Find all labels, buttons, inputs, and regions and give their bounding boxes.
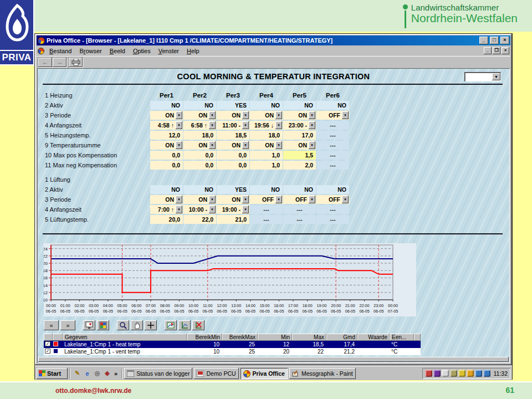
delete-chart-button[interactable] [192, 320, 204, 330]
chevron-down-icon[interactable]: ▼ [309, 141, 315, 149]
dropdown-cell[interactable]: ON▼ [150, 111, 183, 120]
search-icon[interactable]: ◎ [93, 369, 101, 377]
dropdown-cell[interactable]: ON▼ [283, 111, 316, 120]
chevron-down-icon[interactable]: ▼ [309, 121, 315, 129]
dropdown-cell[interactable]: 23:00 -▼ [283, 121, 316, 130]
mdi-restore-button[interactable]: ❐ [493, 47, 500, 54]
pc-blue-tray-icon[interactable] [483, 370, 490, 377]
window-titlebar[interactable]: Priva Office - [Browser - [Lakelane_1] I… [37, 35, 510, 45]
pan-button[interactable] [131, 320, 143, 330]
chevron-down-icon[interactable]: ▼ [242, 206, 249, 213]
priva-tray-icon[interactable] [467, 370, 474, 377]
print-button[interactable] [69, 58, 83, 67]
chevron-down-icon[interactable]: ▼ [342, 196, 349, 203]
export-chart-button[interactable] [165, 320, 177, 330]
chevron-down-icon[interactable]: ▼ [176, 141, 182, 149]
minimize-button[interactable]: _ [479, 37, 488, 44]
number-cell[interactable]: 18,5 [217, 131, 249, 140]
palette-button[interactable] [97, 320, 109, 330]
channels-icon[interactable]: ◆ [103, 369, 111, 377]
chevron-down-icon[interactable]: ▼ [209, 111, 216, 119]
dropdown-cell[interactable]: OFF▼ [316, 111, 349, 120]
close-button[interactable]: × [500, 37, 509, 44]
chevron-down-icon[interactable]: ▼ [209, 141, 216, 149]
start-button[interactable]: Start [37, 368, 68, 379]
chevron-down-icon[interactable]: ▼ [242, 121, 249, 129]
back-button[interactable]: ← [38, 58, 52, 67]
scroll-next-button[interactable]: » [60, 320, 75, 330]
dropdown-cell[interactable]: ON▼ [183, 111, 216, 120]
task-button-messgraphik-paint[interactable]: Messgraphik - Paint [289, 368, 356, 379]
legend-header-cell[interactable]: Gmd [326, 334, 357, 341]
zoom-button[interactable] [117, 320, 129, 330]
chevron-down-icon[interactable]: ▼ [275, 121, 282, 129]
dropdown-cell[interactable]: OFF▼ [250, 195, 283, 204]
number-cell[interactable]: 12,0 [150, 131, 183, 140]
crosshair-button[interactable] [145, 320, 157, 330]
mdi-minimize-button[interactable]: _ [484, 47, 492, 54]
dropdown-cell[interactable]: 19:00 -▼ [217, 205, 249, 214]
number-cell[interactable]: 0,0 [150, 161, 183, 170]
shield-tray-icon[interactable] [433, 370, 441, 377]
dropdown-cell[interactable]: ON▼ [183, 195, 216, 204]
number-cell[interactable]: 18,0 [250, 131, 283, 140]
task-button-priva-office[interactable]: Priva Office [241, 368, 288, 379]
chevron-down-icon[interactable]: ▼ [275, 196, 282, 203]
chevron-down-icon[interactable]: ▼ [209, 196, 216, 203]
dropdown-cell[interactable]: ON▼ [217, 141, 249, 150]
number-cell[interactable]: 2,0 [283, 161, 316, 170]
legend-header-cell[interactable]: BereikMax [222, 334, 258, 341]
chevron-down-icon[interactable]: ▼ [309, 111, 315, 119]
dropdown-cell[interactable]: 7:00 ↑▼ [150, 205, 183, 214]
number-cell[interactable]: 21,0 [217, 215, 249, 224]
display-button[interactable] [83, 320, 95, 330]
dropdown-cell[interactable]: ON▼ [217, 111, 249, 120]
dropdown-cell[interactable]: ON▼ [150, 141, 183, 150]
chevron-down-icon[interactable]: ▼ [209, 206, 216, 213]
menu-browser[interactable]: Browser [75, 47, 105, 55]
display-tray-icon[interactable] [425, 370, 432, 377]
note-icon[interactable]: ✎ [73, 369, 81, 377]
dropdown-cell[interactable]: OFF▼ [316, 195, 349, 204]
mdi-close-button[interactable]: × [502, 47, 509, 54]
dropdown-cell[interactable]: 10:00 -▼ [183, 205, 216, 214]
dropdown-cell[interactable]: ON▼ [183, 141, 216, 150]
task-button-demo-pcu[interactable]: Demo PCU [194, 368, 238, 379]
zoom-tray-icon[interactable] [442, 370, 449, 377]
number-cell[interactable]: 18,0 [183, 131, 216, 140]
number-cell[interactable]: 20,0 [150, 215, 183, 224]
audio-tray-icon[interactable] [458, 370, 466, 377]
menu-beeld[interactable]: Beeld [106, 47, 129, 55]
task-button-status-van-de-logger[interactable]: Status van de logger [124, 368, 192, 379]
dropdown-cell[interactable]: 19:56 ↓▼ [250, 121, 283, 130]
chevron-down-icon[interactable]: ▼ [242, 111, 249, 119]
legend-header-cell[interactable]: Een... [390, 334, 414, 341]
chevron-down-icon[interactable]: ▼ [176, 111, 182, 119]
maximize-button[interactable]: □ [490, 37, 499, 44]
chevron-down-icon[interactable]: ▼ [242, 196, 249, 203]
dropdown-cell[interactable]: 11:00 -▼ [217, 121, 249, 130]
legend-header-cell[interactable] [53, 334, 63, 341]
number-cell[interactable]: 17,0 [283, 131, 316, 140]
dropdown-cell[interactable]: ON▼ [283, 141, 316, 150]
menu-venster[interactable]: Venster [155, 47, 183, 55]
chevron-down-icon[interactable]: ▼ [309, 196, 315, 203]
chevron-down-icon[interactable]: ▼ [342, 111, 349, 119]
chevron-down-icon[interactable]: ▼ [176, 196, 182, 203]
legend-header-cell[interactable] [44, 334, 53, 341]
overflow-chevron[interactable]: » [113, 370, 119, 377]
pen-tray-icon[interactable] [450, 370, 457, 377]
chevron-down-icon[interactable]: ▼ [275, 111, 282, 119]
menu-help[interactable]: Help [183, 47, 203, 55]
ie-icon[interactable]: e [83, 369, 91, 377]
dropdown-cell[interactable]: OFF▼ [283, 195, 316, 204]
chevron-down-icon[interactable]: ▼ [176, 206, 182, 213]
chevron-down-icon[interactable]: ▼ [209, 121, 216, 129]
menu-opties[interactable]: Opties [129, 47, 155, 55]
number-cell[interactable]: 0,0 [150, 151, 183, 160]
number-cell[interactable]: 1,0 [250, 151, 283, 160]
dropdown-cell[interactable]: ON▼ [217, 195, 249, 204]
number-cell[interactable]: 1,0 [250, 161, 283, 170]
checkbox[interactable]: ✓ [45, 349, 50, 354]
dropdown-cell[interactable]: 6:58 ↑▼ [183, 121, 216, 130]
